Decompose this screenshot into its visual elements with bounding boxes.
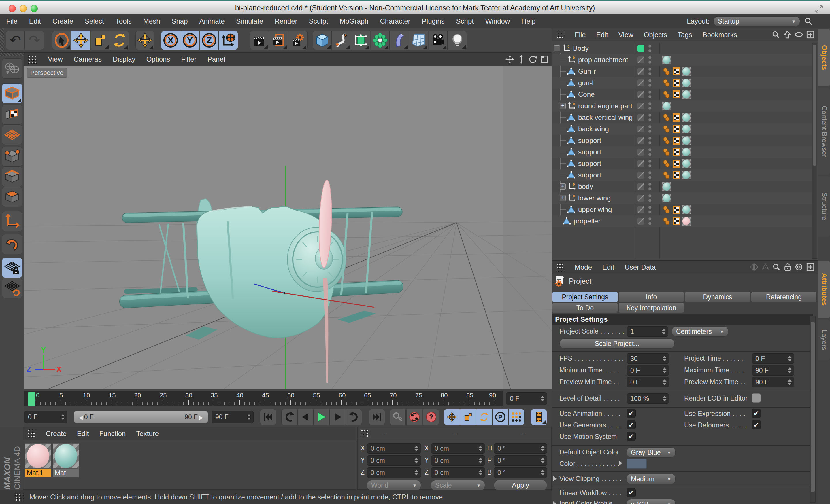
rotate-tool-button[interactable]	[110, 31, 129, 50]
render-lod-checkbox[interactable]	[752, 394, 761, 403]
mode-toolbar-grip[interactable]	[0, 53, 24, 56]
menu-create[interactable]: Create	[53, 17, 73, 25]
fps-field[interactable]: 30	[627, 354, 669, 364]
uvw-tag-icon[interactable]	[672, 148, 681, 156]
material-tag-icon[interactable]	[682, 205, 691, 214]
menu-script[interactable]: Script	[456, 17, 474, 25]
next-frame-button[interactable]	[330, 409, 346, 425]
input-color-profile-dropdown[interactable]: sRGB▼	[627, 499, 675, 504]
objects-home-icon[interactable]	[783, 31, 791, 39]
window-titlebar[interactable]: bi-plane-reduced.c4d * (Student Version …	[0, 0, 830, 14]
previous-frame-button[interactable]	[297, 409, 314, 425]
objects-search-icon[interactable]	[772, 31, 780, 39]
visibility-toggle[interactable]	[637, 103, 644, 109]
tree-row-prop-attachment[interactable]: 0 prop attachment	[552, 54, 813, 66]
expand-body-null-icon[interactable]	[560, 183, 566, 190]
undo-button[interactable]: ↶	[6, 31, 25, 50]
redo-button[interactable]: ↷	[25, 31, 44, 50]
phong-tag-icon[interactable]	[662, 67, 671, 76]
points-mode-button[interactable]	[2, 146, 22, 167]
tree-row-lower-wing[interactable]: 0 lower wing	[552, 192, 813, 204]
objects-scrollbar[interactable]	[812, 43, 817, 259]
visibility-dots[interactable]	[648, 125, 651, 133]
material-tag-icon[interactable]	[662, 182, 671, 191]
pos-x-field[interactable]: 0 cm	[367, 443, 421, 453]
rot-p-field[interactable]: 0 °	[494, 455, 547, 466]
tab-attributes[interactable]: Attributes	[819, 261, 830, 318]
keyframe-selection-button[interactable]: ?	[423, 409, 439, 425]
record-button[interactable]	[390, 409, 406, 425]
visibility-dots[interactable]	[648, 160, 651, 167]
tab-key-interpolation[interactable]: Key Interpolation	[618, 303, 684, 313]
uvw-tag-icon[interactable]	[672, 171, 681, 179]
apply-button[interactable]: Apply	[494, 480, 547, 491]
project-time-field[interactable]: 0 F	[752, 354, 794, 364]
scale-x-field[interactable]: 0 cm	[431, 443, 485, 453]
key-parameter-toggle[interactable]: P	[492, 409, 508, 425]
objects-menu-view[interactable]: View	[618, 31, 634, 39]
tab-layers[interactable]: Layers	[819, 320, 830, 360]
tab-to-do[interactable]: To Do	[552, 303, 618, 313]
visibility-toggle[interactable]	[637, 126, 644, 132]
objects-grip[interactable]	[556, 31, 564, 39]
add-modeling-object-button[interactable]	[371, 31, 390, 50]
display-color-chip[interactable]	[637, 45, 644, 52]
attributes-grip[interactable]	[556, 263, 564, 272]
playback-options-button[interactable]	[531, 409, 547, 425]
material-tag-icon[interactable]	[662, 56, 671, 64]
menu-simulate[interactable]: Simulate	[236, 17, 263, 25]
autokey-button[interactable]	[406, 409, 422, 425]
menu-mesh[interactable]: Mesh	[143, 17, 160, 25]
visibility-dots[interactable]	[648, 91, 651, 98]
linear-workflow-checkbox[interactable]	[627, 488, 636, 497]
viewport-maximize-icon[interactable]	[540, 55, 549, 64]
visibility-dots[interactable]	[648, 79, 651, 87]
phong-tag-icon[interactable]	[662, 205, 671, 214]
uvw-tag-icon[interactable]	[672, 79, 681, 87]
use-animation-checkbox[interactable]	[627, 409, 636, 418]
visibility-toggle[interactable]	[637, 183, 644, 190]
menu-character[interactable]: Character	[380, 17, 410, 25]
lock-icon[interactable]	[784, 263, 791, 271]
make-editable-button[interactable]	[2, 59, 22, 79]
tree-row-propeller[interactable]: propeller	[552, 215, 813, 227]
goto-next-key-button[interactable]	[346, 409, 362, 425]
phong-tag-icon[interactable]	[662, 79, 671, 87]
tree-row-support-3[interactable]: support	[552, 158, 813, 169]
tab-info[interactable]: Info	[618, 292, 684, 302]
tree-row-back-vertical-wing[interactable]: back vertical wing	[552, 112, 813, 123]
min-time-field[interactable]: 0 F	[627, 365, 669, 375]
scale-project-button[interactable]: Scale Project...	[560, 338, 675, 349]
default-object-color-dropdown[interactable]: Gray-Blue▼	[627, 447, 675, 458]
menu-select[interactable]: Select	[85, 17, 104, 25]
tree-row-gun-l[interactable]: gun-l	[552, 77, 813, 89]
material-tag-icon[interactable]	[682, 79, 691, 87]
view-clipping-expand-icon[interactable]	[553, 476, 556, 481]
objects-menu-edit[interactable]: Edit	[596, 31, 608, 39]
phong-tag-icon[interactable]	[662, 113, 671, 122]
visibility-dots[interactable]	[648, 183, 651, 190]
menu-edit[interactable]: Edit	[29, 17, 41, 25]
attr-search-icon[interactable]	[772, 263, 780, 271]
material-tag-icon[interactable]	[682, 136, 691, 145]
color-swatch[interactable]	[627, 459, 647, 469]
view-clipping-dropdown[interactable]: Medium▼	[627, 474, 675, 484]
viewport-menu-options[interactable]: Options	[147, 55, 170, 63]
visibility-toggle[interactable]	[637, 114, 644, 121]
attr-menu-edit[interactable]: Edit	[602, 263, 614, 271]
viewport-menu-view[interactable]: View	[48, 55, 63, 63]
add-camera-button[interactable]	[428, 31, 448, 50]
visibility-toggle[interactable]	[637, 160, 644, 167]
current-frame-field[interactable]: 0 F	[24, 411, 67, 423]
visibility-toggle[interactable]	[637, 195, 644, 202]
tab-dynamics[interactable]: Dynamics	[685, 292, 751, 302]
menu-sculpt[interactable]: Sculpt	[309, 17, 328, 25]
tab-project-settings[interactable]: Project Settings	[552, 292, 618, 302]
menu-mograph[interactable]: MoGraph	[340, 17, 368, 25]
material-tag-icon[interactable]	[682, 217, 691, 226]
layout-dropdown[interactable]: Startup▼	[713, 16, 800, 26]
tab-referencing[interactable]: Referencing	[751, 292, 817, 302]
uvw-tag-icon[interactable]	[672, 136, 681, 145]
material-tag-icon[interactable]	[662, 102, 671, 110]
material-tag-icon[interactable]	[682, 90, 691, 99]
